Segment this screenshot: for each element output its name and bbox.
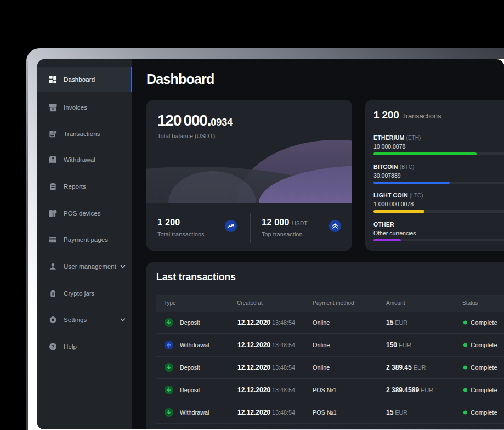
svg-text:?: ? xyxy=(52,344,54,349)
